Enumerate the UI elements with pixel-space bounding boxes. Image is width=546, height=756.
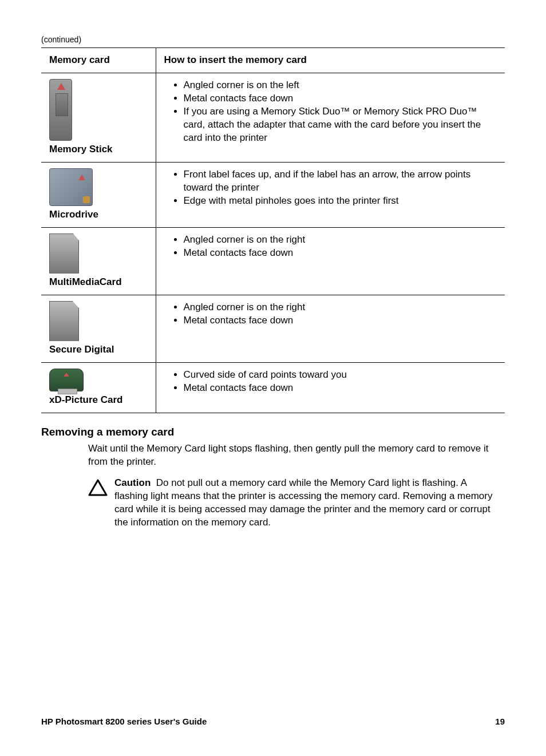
- instruction-item: Metal contacts face down: [184, 382, 497, 395]
- table-row: xD-Picture Card Curved side of card poin…: [41, 362, 505, 413]
- card-cell-xd-picture: xD-Picture Card: [41, 362, 156, 413]
- table-header-row: Memory card How to insert the memory car…: [41, 48, 505, 73]
- instruction-item: Angled corner is on the left: [184, 79, 497, 92]
- card-name-label: Secure Digital: [49, 343, 148, 357]
- card-instructions: Angled corner is on the right Metal cont…: [156, 295, 505, 362]
- card-name-label: MultiMediaCard: [49, 276, 148, 289]
- instruction-item: Metal contacts face down: [184, 314, 497, 327]
- memory-card-table: Memory card How to insert the memory car…: [41, 48, 505, 413]
- card-name-label: xD-Picture Card: [49, 394, 148, 407]
- instruction-item: Curved side of card points toward you: [184, 369, 497, 382]
- card-instructions: Angled corner is on the right Metal cont…: [156, 227, 505, 295]
- card-instructions: Angled corner is on the left Metal conta…: [156, 73, 505, 162]
- instruction-item: Metal contacts face down: [184, 92, 497, 105]
- removing-memory-card-heading: Removing a memory card: [41, 425, 505, 440]
- secure-digital-icon: [49, 301, 79, 341]
- table-row: Secure Digital Angled corner is on the r…: [41, 295, 505, 362]
- footer-guide-title: HP Photosmart 8200 series User's Guide: [41, 716, 207, 727]
- table-row: Memory Stick Angled corner is on the lef…: [41, 73, 505, 162]
- card-cell-secure-digital: Secure Digital: [41, 295, 156, 362]
- card-cell-multimediacard: MultiMediaCard: [41, 227, 156, 295]
- memory-stick-icon: [49, 79, 72, 141]
- card-name-label: Microdrive: [49, 208, 148, 221]
- table-row: MultiMediaCard Angled corner is on the r…: [41, 227, 505, 295]
- footer-page-number: 19: [495, 716, 505, 727]
- instruction-item: Angled corner is on the right: [184, 233, 497, 247]
- multimediacard-icon: [49, 233, 79, 274]
- svg-marker-0: [89, 480, 106, 495]
- instruction-item: If you are using a Memory Stick Duo™ or …: [184, 105, 497, 145]
- card-name-label: Memory Stick: [49, 143, 148, 156]
- card-cell-memory-stick: Memory Stick: [41, 73, 156, 162]
- caution-text: Caution Do not pull out a memory card wh…: [114, 477, 493, 529]
- caution-body-text: Do not pull out a memory card while the …: [114, 477, 492, 528]
- microdrive-icon: [49, 168, 93, 206]
- xd-picture-card-icon: [49, 369, 84, 391]
- card-instructions: Front label faces up, and if the label h…: [156, 162, 505, 227]
- instruction-item: Angled corner is on the right: [184, 301, 497, 314]
- card-instructions: Curved side of card points toward you Me…: [156, 362, 505, 413]
- instruction-item: Edge with metal pinholes goes into the p…: [184, 195, 497, 208]
- instruction-item: Metal contacts face down: [184, 247, 497, 260]
- instruction-item: Front label faces up, and if the label h…: [184, 168, 497, 195]
- caution-triangle-icon: [88, 477, 114, 500]
- table-header-left: Memory card: [41, 48, 156, 73]
- table-header-right: How to insert the memory card: [156, 48, 505, 73]
- card-cell-microdrive: Microdrive: [41, 162, 156, 227]
- caution-block: Caution Do not pull out a memory card wh…: [88, 477, 493, 529]
- continued-label: (continued): [41, 34, 505, 45]
- table-row: Microdrive Front label faces up, and if …: [41, 162, 505, 227]
- removing-memory-card-body: Wait until the Memory Card light stops f…: [88, 442, 493, 469]
- caution-label: Caution: [114, 477, 151, 488]
- page-footer: HP Photosmart 8200 series User's Guide 1…: [41, 716, 505, 727]
